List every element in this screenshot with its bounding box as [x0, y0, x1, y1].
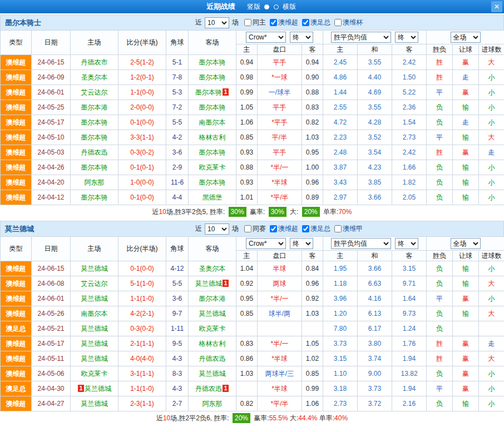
cell-league: 澳维超	[1, 396, 32, 411]
cell-league: 澳维超	[1, 366, 32, 381]
cell-goals: 小	[479, 190, 504, 205]
filter-checkbox[interactable]: 澳维甲	[334, 224, 363, 234]
cell-odds-away: 0.96	[302, 276, 323, 291]
cell-handicap-result: 走	[453, 70, 479, 85]
avg-odds-select[interactable]: 胜平负均值	[331, 238, 391, 249]
cell-odds-home: 0.88	[236, 160, 258, 175]
cell-home-team: 莫兰德城	[71, 351, 118, 366]
filter-checkbox[interactable]: 同主	[244, 18, 266, 27]
checkbox-input[interactable]	[302, 19, 309, 26]
col-home: 主场	[71, 237, 118, 261]
cell-handicap-result: 输	[453, 130, 479, 145]
cell-score: 2-5(1-2)	[118, 55, 166, 70]
scope-select[interactable]: 全场	[451, 32, 481, 43]
cell-odds-home: 0.83	[236, 336, 258, 351]
footer-segment: 55.5%	[269, 414, 288, 422]
radio-vertical-selected-icon[interactable]	[264, 4, 269, 9]
col-lose: 客	[392, 44, 427, 55]
avg-odds-select[interactable]: 胜平负均值	[331, 32, 391, 43]
close-button[interactable]: ✕	[491, 1, 502, 12]
cell-handicap-result: 输	[453, 190, 479, 205]
cell-handicap-result: 输	[453, 276, 479, 291]
radio-horizontal-label[interactable]: 横版	[283, 3, 296, 11]
filter-checkbox[interactable]: 同赛	[244, 224, 266, 234]
cell-score: 2-1(1-1)	[118, 336, 166, 351]
cell-score: 4-2(2-1)	[118, 306, 166, 321]
final-odds-select-1[interactable]: 终	[290, 238, 313, 249]
cell-goals: 小	[479, 115, 504, 130]
games-count-select[interactable]: 10	[205, 224, 229, 235]
summary-footer: 近10场,胜2平2负6, 胜率: 20% 赢率:55.5% 大:44.4% 单率…	[0, 411, 504, 425]
checkbox-input[interactable]	[270, 225, 277, 232]
final-odds-select-2[interactable]: 终	[395, 238, 418, 249]
cell-odds-home: 1.04	[236, 261, 258, 276]
filter-checkbox[interactable]: 澳维杯	[334, 18, 363, 27]
company-select[interactable]: Crow*	[246, 238, 286, 249]
match-row: 澳维超24-04-26墨尔本骑0-1(0-1)2-9欧克莱卡0.88*半/一1.…	[1, 160, 504, 175]
filter-checkbox[interactable]: 澳足总	[302, 224, 330, 234]
cell-league: 澳维超	[1, 100, 32, 115]
cell-away-team: 莫兰德城	[189, 366, 236, 381]
match-row: 澳维超24-04-27莫兰德城2-3(1-1)2-7阿东那0.82*平/半1.0…	[1, 396, 504, 411]
cell-corner: 11-6	[166, 175, 189, 190]
cell-draw-odds: 4.28	[358, 115, 392, 130]
match-row: 澳维超24-05-06欧克莱卡3-1(1-1)8-3莫兰德城1.03两球半/三0…	[1, 366, 504, 381]
footer-segment: 单率:	[322, 208, 339, 216]
cell-league: 澳足总	[1, 321, 32, 336]
final-odds-select-2[interactable]: 终	[395, 32, 418, 43]
cell-draw-odds: 3.80	[358, 336, 392, 351]
checkbox-input[interactable]	[334, 225, 342, 232]
red-card-badge: 1	[223, 280, 229, 287]
filter-checkbox-group: 同主澳维超澳足总澳维杯	[240, 18, 363, 28]
checkbox-input[interactable]	[334, 19, 342, 26]
filter-checkbox[interactable]: 澳维超	[270, 18, 298, 27]
col-score: 比分(半场)	[118, 31, 166, 55]
cell-corner: 5-1	[166, 55, 189, 70]
cell-home-team: 丹德农迅	[71, 145, 118, 160]
match-row: 澳足总24-05-21莫兰德城0-3(0-2)1-11欧克莱卡7.806.171…	[1, 321, 504, 336]
cell-handicap	[258, 321, 302, 336]
cell-corner: 7-2	[166, 100, 189, 115]
cell-handicap-result: 输	[453, 100, 479, 115]
checkbox-input[interactable]	[244, 19, 251, 26]
cell-corner: 5-3	[166, 85, 189, 100]
footer-segment: 20%	[302, 207, 320, 217]
footer-segment: 赢率:	[248, 208, 267, 216]
cell-draw-odds: 6.13	[358, 306, 392, 321]
cell-handicap: 球半/两	[258, 306, 302, 321]
company-select[interactable]: Crow*	[246, 32, 286, 43]
cell-handicap-result: 赢	[453, 351, 479, 366]
team-name: 墨尔本骑士	[1, 18, 194, 28]
cell-away-team: 墨尔本骑	[189, 100, 236, 115]
cell-win-odds: 3.96	[323, 291, 358, 306]
cell-date: 24-05-21	[32, 321, 71, 336]
radio-horizontal-icon[interactable]	[274, 4, 279, 9]
cell-score: 4-0(4-0)	[118, 351, 166, 366]
cell-draw-odds: 4.69	[358, 85, 392, 100]
match-row: 澳维超24-05-17墨尔本骑0-1(0-0)5-5南墨尔本1.06*平手0.8…	[1, 115, 504, 130]
footer-segment: 近	[152, 208, 159, 216]
cell-result: 胜	[427, 145, 453, 160]
cell-handicap: *半/一	[258, 291, 302, 306]
checkbox-input[interactable]	[270, 19, 277, 26]
checkbox-label: 澳维杯	[343, 18, 363, 27]
cell-odds-home: 0.95	[236, 291, 258, 306]
cell-result: 负	[427, 396, 453, 411]
filter-checkbox[interactable]: 澳维超	[270, 224, 298, 234]
games-count-select[interactable]: 10	[205, 17, 229, 28]
cell-away-team: 黑德堡	[189, 190, 236, 205]
checkbox-input[interactable]	[244, 225, 251, 232]
cell-odds-home: 1.06	[236, 115, 258, 130]
footer-segment: 单率:	[317, 414, 334, 422]
final-odds-select-1[interactable]: 终	[290, 32, 313, 43]
scope-select[interactable]: 全场	[451, 238, 481, 249]
cell-league: 澳维超	[1, 306, 32, 321]
cell-home-team: 墨尔本骑	[71, 190, 118, 205]
checkbox-input[interactable]	[302, 225, 309, 232]
cell-goals: 大	[479, 306, 504, 321]
cell-handicap: 一/球半	[258, 85, 302, 100]
radio-vertical-label[interactable]: 竖版	[247, 3, 260, 11]
filter-checkbox[interactable]: 澳足总	[302, 18, 330, 27]
cell-away-team: 丹德农迅	[189, 351, 236, 366]
cell-result: 负	[427, 366, 453, 381]
